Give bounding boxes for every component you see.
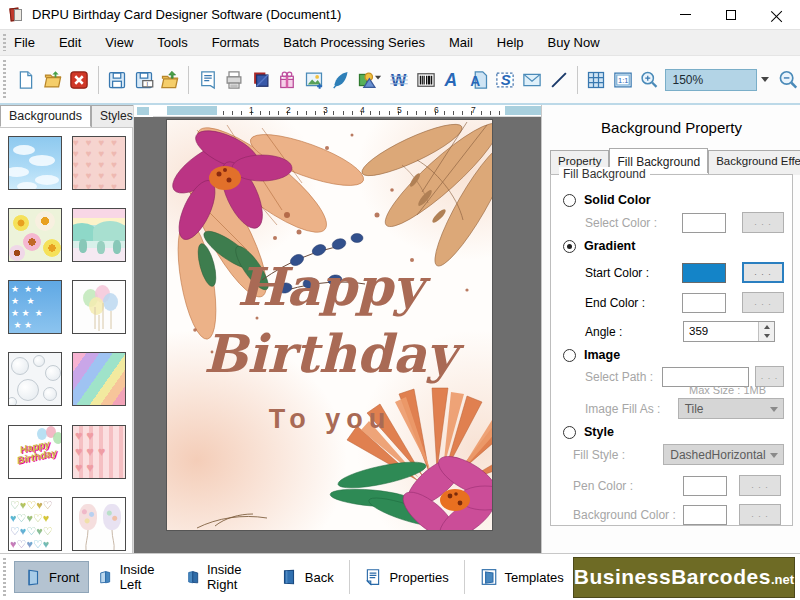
close-document-button[interactable] <box>67 65 92 95</box>
background-thumbnail-clouds[interactable] <box>8 136 62 190</box>
fill-style-dropdown[interactable]: DashedHorizontal <box>663 444 784 465</box>
background-color-swatch[interactable] <box>683 505 727 525</box>
actual-size-button[interactable]: 1:1 <box>610 65 635 95</box>
hruler-number: 4 <box>360 105 365 115</box>
spin-up-button[interactable] <box>759 322 774 332</box>
save-as-button[interactable]: I <box>131 65 156 95</box>
angle-spinner[interactable]: 359 <box>683 321 775 342</box>
title-bar: DRPU Birthday Card Designer Software (Do… <box>0 0 800 30</box>
barcode-button[interactable] <box>413 65 438 95</box>
start-color-swatch[interactable] <box>682 263 726 283</box>
angle-value[interactable]: 359 <box>684 322 758 341</box>
birthday-card-design[interactable]: Happy Birthday To you <box>167 120 492 530</box>
open-file-button[interactable] <box>41 65 66 95</box>
image-radio[interactable] <box>563 349 576 362</box>
hruler-number: 7 <box>471 105 476 115</box>
save-button[interactable] <box>105 65 130 95</box>
front-page-button[interactable]: Front <box>14 561 89 593</box>
spin-down-button[interactable] <box>759 332 774 342</box>
background-thumbnail-happy-birthday[interactable]: Happy Birthday <box>8 425 62 479</box>
card-text-birthday: Birthday <box>203 323 465 384</box>
close-button[interactable] <box>754 0 800 30</box>
print-button[interactable] <box>222 65 247 95</box>
background-thumbnail-balloon-bunches[interactable] <box>72 497 126 551</box>
fill-style-label: Fill Style : <box>573 448 663 462</box>
menu-help[interactable]: Help <box>497 35 524 50</box>
svg-text:A: A <box>470 74 480 89</box>
grid-view-button[interactable] <box>584 65 609 95</box>
gift-card-button[interactable] <box>275 65 300 95</box>
design-canvas[interactable]: Happy Birthday To you <box>134 117 541 553</box>
hruler-number: 5 <box>397 105 402 115</box>
zoom-in-button[interactable] <box>637 65 662 95</box>
image-label: Image <box>584 348 620 362</box>
gradient-radio[interactable] <box>563 240 576 253</box>
menu-bar: File Edit View Tools Formats Batch Proce… <box>0 30 800 56</box>
toolbar-grip[interactable] <box>3 60 6 99</box>
export-file-button[interactable] <box>158 65 183 95</box>
toolbar-grip[interactable] <box>3 34 6 51</box>
copy-design-button[interactable] <box>248 65 273 95</box>
back-page-button[interactable]: Back <box>271 562 343 592</box>
style-radio[interactable] <box>563 426 576 439</box>
new-document-button[interactable] <box>14 65 39 95</box>
page-preview-button[interactable] <box>195 65 220 95</box>
image-fill-as-dropdown[interactable]: Tile <box>678 398 784 419</box>
inside-right-page-button[interactable]: Inside Right <box>177 556 271 598</box>
minimize-button[interactable] <box>662 0 708 30</box>
maximize-button[interactable] <box>708 0 754 30</box>
menu-tools[interactable]: Tools <box>157 35 187 50</box>
pen-color-browse-button[interactable]: . . . <box>739 475 781 496</box>
templates-button[interactable]: Templates <box>471 562 573 592</box>
background-thumbnail-pink-hearts[interactable] <box>72 136 126 190</box>
line-tool-button[interactable] <box>546 65 571 95</box>
zoom-level-value[interactable]: 150% <box>665 69 757 91</box>
text-style-button[interactable]: A <box>467 65 492 95</box>
signature-button[interactable]: S <box>493 65 518 95</box>
pen-tool-button[interactable] <box>328 65 353 95</box>
zoom-dropdown-button[interactable] <box>757 69 773 91</box>
properties-button[interactable]: Properties <box>355 562 457 592</box>
menu-view[interactable]: View <box>105 35 133 50</box>
group-label: Fill Background <box>559 167 650 181</box>
background-thumbnail-heart-stripes[interactable] <box>72 425 126 479</box>
end-color-swatch[interactable] <box>682 293 726 313</box>
background-thumbnail-pastel-scene[interactable] <box>72 208 126 262</box>
zoom-out-button[interactable] <box>775 65 800 95</box>
background-thumbnail-rainbow[interactable] <box>72 352 126 406</box>
select-color-browse-button[interactable]: . . . <box>742 212 784 233</box>
background-thumbnail-balloons[interactable] <box>72 280 126 334</box>
business-barcodes-banner[interactable]: BusinessBarcodes .net <box>573 557 795 598</box>
watermark-button[interactable]: W <box>387 65 412 95</box>
inside-left-page-button[interactable]: Inside Left <box>89 556 176 598</box>
menu-formats[interactable]: Formats <box>212 35 260 50</box>
background-thumbnail-stars[interactable] <box>8 280 62 334</box>
solid-color-radio[interactable] <box>563 194 576 207</box>
background-color-browse-button[interactable]: . . . <box>739 504 781 525</box>
font-text-button[interactable]: A <box>440 65 465 95</box>
background-thumbnail-bubbles[interactable] <box>8 352 62 406</box>
insert-image-button[interactable] <box>302 65 327 95</box>
zoom-out-icon <box>777 69 799 91</box>
background-thumbnail-colorful-hearts[interactable] <box>8 497 62 551</box>
menu-edit[interactable]: Edit <box>59 35 81 50</box>
start-color-browse-button[interactable]: . . . <box>742 262 784 283</box>
background-thumbnail-daisies[interactable] <box>8 208 62 262</box>
email-button[interactable] <box>520 65 545 95</box>
branding-name: BusinessBarcodes <box>574 565 771 589</box>
menu-file[interactable]: File <box>14 35 35 50</box>
menu-buy-now[interactable]: Buy Now <box>548 35 600 50</box>
select-color-swatch[interactable] <box>682 213 726 233</box>
menu-batch-processing-series[interactable]: Batch Processing Series <box>283 35 425 50</box>
pen-color-swatch[interactable] <box>683 476 727 496</box>
fill-background-group: Fill Background Solid Color Select Color… <box>550 174 793 526</box>
zoom-level-combo[interactable]: 150% <box>665 69 773 91</box>
end-color-browse-button[interactable]: . . . <box>742 292 784 313</box>
card-text-happy: Happy <box>237 256 432 317</box>
tab-backgrounds[interactable]: Backgrounds <box>0 105 91 127</box>
hruler-number: 6 <box>434 105 439 115</box>
tab-background-effects[interactable]: Background Effects <box>708 150 800 175</box>
shapes-tool-button[interactable] <box>355 65 385 95</box>
menu-mail[interactable]: Mail <box>449 35 473 50</box>
toolbar-grip[interactable] <box>3 558 6 596</box>
